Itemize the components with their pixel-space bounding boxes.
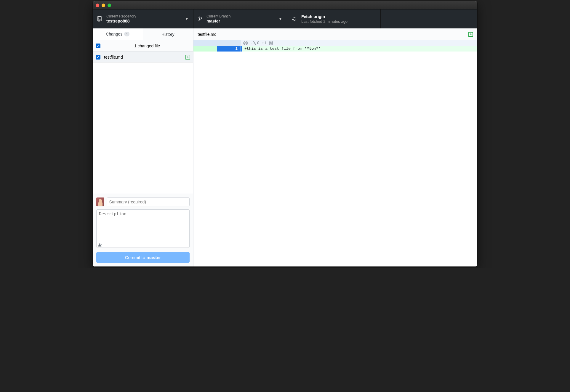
- commit-description-input[interactable]: [96, 209, 190, 248]
- chevron-down-icon: ▼: [185, 17, 188, 21]
- fetch-sub: Last fetched 2 minutes ago: [301, 19, 348, 24]
- sidebar-tabs: Changes 1 History: [93, 28, 193, 40]
- branch-label: Current Branch: [206, 14, 230, 18]
- gutter-new: [217, 40, 241, 46]
- diff-filename: testfile.md: [198, 32, 217, 37]
- toolbar-spacer: [381, 9, 477, 28]
- file-list: ✓ testfile.md +: [93, 52, 193, 194]
- close-icon[interactable]: [96, 4, 99, 7]
- diff-header: testfile.md +: [193, 28, 477, 40]
- tab-history[interactable]: History: [143, 28, 193, 40]
- minimize-icon[interactable]: [102, 4, 105, 7]
- branch-value: master: [206, 19, 230, 24]
- add-coauthor-icon[interactable]: [98, 243, 103, 248]
- gutter-old: [193, 46, 217, 52]
- sync-icon: [292, 16, 297, 22]
- repo-switcher[interactable]: Current Repository testrepo888 ▼: [93, 9, 193, 28]
- select-all-checkbox[interactable]: ✓: [96, 44, 100, 48]
- diff-hunk-row: @@ -0,0 +1 @@: [193, 40, 477, 46]
- file-added-icon: +: [185, 55, 190, 60]
- app-window: Current Repository testrepo888 ▼ Current…: [92, 1, 478, 267]
- app-toolbar: Current Repository testrepo888 ▼ Current…: [93, 9, 477, 28]
- commit-summary-input[interactable]: [107, 197, 190, 206]
- avatar: [96, 197, 104, 206]
- chevron-down-icon: ▼: [279, 17, 282, 21]
- diff-body[interactable]: @@ -0,0 +1 @@ 1 +this is a test file fro…: [193, 40, 477, 266]
- file-checkbox[interactable]: ✓: [96, 55, 100, 60]
- fetch-origin-button[interactable]: Fetch origin Last fetched 2 minutes ago: [287, 9, 381, 28]
- hunk-header: @@ -0,0 +1 @@: [241, 40, 477, 46]
- diff-line-added[interactable]: 1 +this is a test file from **tom**: [193, 46, 477, 52]
- repo-value: testrepo888: [106, 19, 136, 24]
- branch-switcher[interactable]: Current Branch master ▼: [193, 9, 287, 28]
- repo-label: Current Repository: [106, 14, 136, 18]
- diff-added-icon: +: [468, 32, 473, 37]
- tab-changes-count: 1: [124, 32, 129, 36]
- gutter-new: 1: [217, 46, 241, 52]
- commit-button-branch: master: [146, 255, 161, 260]
- window-titlebar: [93, 1, 477, 9]
- diff-line-content: +this is a test file from **tom**: [242, 46, 477, 52]
- gutter-old: [193, 40, 217, 46]
- tab-history-label: History: [161, 32, 174, 37]
- commit-button-prefix: Commit to: [125, 255, 147, 260]
- changes-count-label: 1 changed file: [104, 44, 190, 48]
- branch-icon: [198, 16, 202, 22]
- tab-changes-label: Changes: [106, 32, 122, 36]
- file-name: testfile.md: [104, 55, 182, 60]
- app-body: Changes 1 History ✓ 1 changed file ✓ tes…: [93, 28, 477, 266]
- fetch-title: Fetch origin: [301, 14, 348, 19]
- tab-changes[interactable]: Changes 1: [93, 28, 143, 40]
- file-row[interactable]: ✓ testfile.md +: [93, 52, 193, 63]
- diff-panel: testfile.md + @@ -0,0 +1 @@ 1 +this is a…: [193, 28, 477, 266]
- sidebar: Changes 1 History ✓ 1 changed file ✓ tes…: [93, 28, 193, 266]
- commit-button[interactable]: Commit to master: [96, 252, 190, 263]
- commit-panel: Commit to master: [93, 194, 193, 266]
- repo-icon: [97, 16, 102, 22]
- maximize-icon[interactable]: [108, 4, 111, 7]
- changes-header: ✓ 1 changed file: [93, 40, 193, 52]
